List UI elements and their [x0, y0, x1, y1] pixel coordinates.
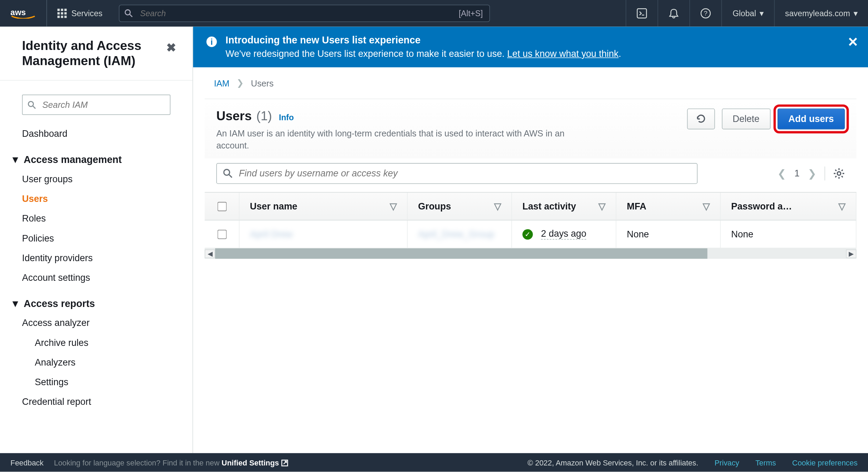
feedback-link[interactable]: Feedback	[10, 458, 43, 467]
refresh-button[interactable]	[687, 109, 715, 130]
nav-credential-report[interactable]: Credential report	[0, 392, 192, 412]
account-selector[interactable]: savemyleads.com▾	[774, 0, 868, 27]
cloudshell-icon[interactable]	[626, 0, 658, 27]
nav-section-reports[interactable]: ▼Access reports	[0, 288, 192, 313]
scroll-thumb[interactable]	[215, 248, 707, 259]
global-search-input[interactable]	[119, 4, 490, 22]
svg-point-1	[125, 10, 130, 15]
breadcrumb-root[interactable]: IAM	[214, 78, 229, 88]
col-last-activity[interactable]: Last activity▽	[512, 193, 616, 220]
search-shortcut: [Alt+S]	[459, 9, 483, 18]
region-selector[interactable]: Global▾	[722, 0, 774, 27]
services-menu[interactable]: Services	[47, 0, 113, 27]
table-row: April Drew April_Drew_Group ✓2 days ago …	[205, 220, 856, 248]
info-icon: i	[206, 36, 218, 48]
svg-point-10	[224, 170, 230, 175]
cell-groups[interactable]: April_Drew_Group	[408, 220, 512, 248]
footer: Feedback Looking for language selection?…	[0, 453, 868, 472]
unified-settings-link[interactable]: Unified Settings	[222, 458, 288, 467]
filter-search[interactable]	[216, 163, 698, 184]
caret-down-icon: ▼	[10, 298, 20, 310]
banner-title: Introducing the new Users list experienc…	[226, 35, 420, 46]
col-groups[interactable]: Groups▽	[408, 193, 512, 220]
horizontal-scrollbar[interactable]: ◀ ▶	[205, 248, 856, 259]
col-password-age[interactable]: Password a…▽	[721, 193, 856, 220]
caret-down-icon: ▾	[760, 9, 764, 18]
caret-down-icon: ▾	[854, 9, 858, 18]
cell-username[interactable]: April Drew	[240, 220, 408, 248]
sidebar-close-icon[interactable]: ✖	[166, 41, 176, 54]
svg-point-12	[837, 172, 841, 175]
users-panel: Users (1) Info An IAM user is an identit…	[205, 99, 856, 259]
add-users-button[interactable]: Add users	[777, 109, 845, 130]
caret-down-icon: ▼	[10, 154, 20, 166]
panel-title: Users (1) Info	[216, 109, 294, 124]
nav-identity-providers[interactable]: Identity providers	[0, 248, 192, 268]
users-table: User name▽ Groups▽ Last activity▽ MFA▽ P…	[205, 192, 856, 259]
banner-close-icon[interactable]	[848, 37, 858, 47]
table-header: User name▽ Groups▽ Last activity▽ MFA▽ P…	[205, 192, 856, 220]
svg-line-11	[229, 175, 232, 177]
scroll-left-icon[interactable]: ◀	[205, 249, 215, 258]
sort-icon[interactable]: ▽	[838, 201, 845, 212]
sidebar-search[interactable]	[22, 94, 170, 115]
nav-user-groups[interactable]: User groups	[0, 170, 192, 189]
nav-access-analyzer[interactable]: Access analyzer	[0, 313, 192, 333]
copyright: © 2022, Amazon Web Services, Inc. or its…	[527, 458, 698, 467]
notifications-icon[interactable]	[658, 0, 690, 27]
aws-logo[interactable]: aws	[0, 0, 47, 27]
filter-input[interactable]	[216, 163, 698, 184]
info-link[interactable]: Info	[279, 113, 294, 122]
pagination: ❮ 1 ❯	[777, 166, 845, 180]
nav-roles[interactable]: Roles	[0, 209, 192, 228]
scroll-right-icon[interactable]: ▶	[846, 249, 856, 258]
breadcrumb-current: Users	[251, 78, 274, 88]
nav-section-access[interactable]: ▼Access management	[0, 144, 192, 170]
nav-analyzers[interactable]: Analyzers	[0, 353, 192, 372]
banner-feedback-link[interactable]: Let us know what you think	[507, 49, 619, 59]
page-prev-icon[interactable]: ❮	[777, 167, 786, 180]
cell-password: None	[721, 220, 856, 248]
row-checkbox[interactable]	[205, 220, 239, 248]
nav-policies[interactable]: Policies	[0, 229, 192, 248]
sort-icon[interactable]: ▽	[703, 201, 710, 212]
nav-dashboard[interactable]: Dashboard	[0, 124, 192, 144]
content: i Introducing the new Users list experie…	[193, 27, 868, 453]
nav-archive-rules[interactable]: Archive rules	[0, 333, 192, 353]
help-icon[interactable]: ?	[690, 0, 722, 27]
nav-account-settings[interactable]: Account settings	[0, 268, 192, 288]
settings-gear-icon[interactable]	[833, 168, 845, 179]
cookie-link[interactable]: Cookie preferences	[792, 458, 858, 467]
page-number: 1	[794, 168, 799, 178]
nav-settings[interactable]: Settings	[0, 372, 192, 392]
select-all-checkbox[interactable]	[205, 193, 239, 220]
global-search[interactable]: [Alt+S]	[119, 4, 490, 22]
cell-mfa: None	[616, 220, 721, 248]
search-icon	[125, 9, 133, 18]
banner-subtitle: We've redesigned the Users list experien…	[226, 49, 507, 59]
svg-text:aws: aws	[10, 8, 26, 17]
sort-icon[interactable]: ▽	[598, 201, 605, 212]
col-mfa[interactable]: MFA▽	[616, 193, 721, 220]
sort-icon[interactable]: ▽	[494, 201, 501, 212]
page-next-icon[interactable]: ❯	[808, 167, 816, 180]
svg-point-6	[28, 101, 33, 106]
sidebar: Identity and Access Management (IAM) ✖ D…	[0, 27, 193, 453]
nav-users[interactable]: Users	[0, 189, 192, 209]
svg-line-7	[33, 106, 35, 108]
panel-description: An IAM user is an identity with long-ter…	[216, 127, 587, 152]
sort-icon[interactable]: ▽	[390, 201, 397, 212]
privacy-link[interactable]: Privacy	[714, 458, 739, 467]
svg-line-2	[129, 14, 132, 17]
info-banner: i Introducing the new Users list experie…	[193, 27, 868, 67]
breadcrumb: IAM ❯ Users	[193, 67, 868, 94]
delete-button[interactable]: Delete	[722, 109, 771, 130]
language-hint: Looking for language selection? Find it …	[54, 458, 288, 467]
terms-link[interactable]: Terms	[755, 458, 776, 467]
col-username[interactable]: User name▽	[240, 193, 408, 220]
sidebar-title: Identity and Access Management (IAM) ✖	[0, 38, 192, 80]
services-grid-icon	[57, 9, 67, 18]
users-count: (1)	[257, 109, 272, 124]
sidebar-search-input[interactable]	[22, 94, 170, 115]
svg-text:?: ?	[704, 10, 708, 17]
